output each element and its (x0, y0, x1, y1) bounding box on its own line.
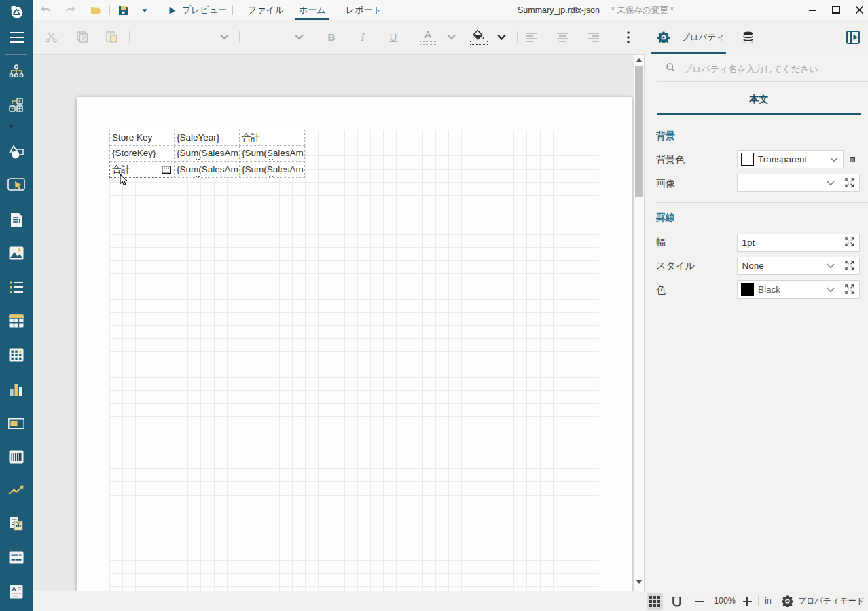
svg-text:A: A (12, 585, 16, 593)
